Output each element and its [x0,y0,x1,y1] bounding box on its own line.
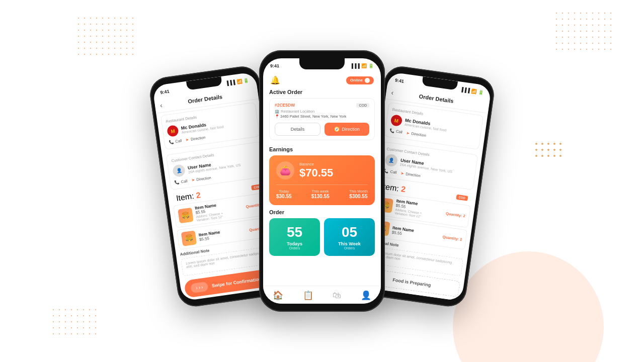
balance-label: Balance [299,162,333,166]
signal-icon: ▐▐▐ [225,79,235,86]
order-id-row: #2CE5DW COD [275,103,369,108]
order-address: 📍 3460 Pallet Street, New York, New York [275,114,369,119]
week-value: $130.55 [311,194,330,199]
center-nav-home[interactable]: 🏠 [273,290,283,301]
left-direction-btn[interactable]: ➤ Direction [186,135,206,142]
order-id: #2CE5DW [275,103,295,108]
today-stat-sublabel: Orders [274,246,315,250]
left-item-2-info: Item Name $5.55 [198,226,247,242]
left-swipe-text: Swipe for Confirmation [211,276,261,288]
center-top-bar: 🔔 Online [263,71,381,87]
center-phone: 9:41 ▐▐▐ 📶 🔋 🔔 Online [259,50,385,312]
right-item-2-qty: Quantity: 2 [442,234,462,241]
today-stat-card[interactable]: 55 Todays Orders [269,218,320,256]
right-restaurant-info: Mc Donalds American cuisine, fast food [405,118,448,132]
right-item-2-info: Item Name $5.55 [391,225,440,241]
left-nav-orders[interactable]: 📋 [217,299,228,301]
left-customer-card: Customer Contact Details 👤 User Name 26A… [166,141,266,190]
right-customer-dir-btn[interactable]: ➤ Direction [400,171,421,178]
stats-cards: 55 Todays Orders 05 This Week Orders [269,218,375,256]
left-items-label: Item: 2 [176,191,201,203]
r-signal-icon: ▐▐▐ [460,87,470,94]
center-status-icons: ▐▐▐ 📶 🔋 [350,63,374,68]
left-back-button[interactable]: ‹ [159,101,163,109]
toggle-dot [365,78,370,83]
center-cod-tag: COD [356,103,369,108]
left-customer-call-btn[interactable]: 📞 Call [174,178,188,185]
left-nav-bag[interactable]: 🛍 [244,295,253,301]
right-items-count: 2 [400,185,406,194]
left-cust-phone-icon: 📞 [174,180,180,185]
left-status-icons: ▐▐▐ 📶 🔋 [225,77,249,85]
bg-dots-mid-right [533,141,564,161]
earnings-breakdown: Today $30.55 This week $130.55 This Mont… [276,185,368,199]
wifi-icon: 📶 [236,78,242,84]
today-value: $30.55 [276,194,292,199]
today-stat-label: Todays [274,241,315,246]
balance-info: Balance $70.55 [299,162,333,179]
wallet-icon: 👛 [276,161,294,179]
left-customer-info: User Name 26A eighth avenue, New York, U… [187,158,240,173]
restaurant-loc-label: 🏢 Restaurant Location [275,109,369,114]
right-direction-btn[interactable]: ➤ Direction [406,131,426,138]
left-food-img-2: 🍔 [181,230,197,246]
center-nav-user[interactable]: 👤 [361,290,371,301]
right-customer-call-btn[interactable]: 📞 Call [383,168,397,175]
right-cust-dir-icon: ➤ [400,171,405,176]
left-customer-dir-btn[interactable]: ➤ Direction [191,175,211,183]
order-stats-section: Order 55 Todays Orders 05 This Week Orde… [269,209,375,256]
week-stat-number: 05 [329,224,370,240]
month-label: This Month [349,189,368,194]
month-earnings: This Month $300.55 [349,189,368,199]
arrow-2: › [198,285,201,290]
center-phone-screen: 9:41 ▐▐▐ 📶 🔋 🔔 Online [263,58,381,304]
details-button[interactable]: Details [275,123,320,136]
left-items-count: 2 [196,191,201,200]
right-status-icons: ▐▐▐ 📶 🔋 [460,87,484,95]
left-food-img-1: 🍔 [178,207,194,223]
food-preparing-text: Food is Preparing [392,278,431,288]
right-customer-card: Customer Contact Details 👤 User Name 26A… [378,141,478,190]
c-wifi-icon: 📶 [361,63,367,68]
right-nav-orders[interactable]: 📋 [391,295,403,301]
right-dir-icon: ➤ [406,131,410,136]
bg-dots-top-right [553,10,614,50]
center-bottom-nav: 🏠 📋 🛍 👤 [263,286,381,304]
online-toggle[interactable]: Online [346,76,374,84]
week-stat-sublabel: Orders [329,246,370,250]
earnings-title: Earnings [269,146,375,152]
arrow-1: › [196,285,198,291]
direction-button[interactable]: 🧭 Direction [325,123,369,136]
right-phone-icon: 📞 [389,128,394,133]
bell-icon[interactable]: 🔔 [270,75,280,85]
today-earnings: Today $30.55 [276,189,292,199]
earnings-card: 👛 Balance $70.55 Today $30.55 [269,155,375,205]
week-stat-card[interactable]: 05 This Week Orders [324,218,375,256]
right-avatar: 👤 [384,153,398,167]
c-signal-icon: ▐▐▐ [350,63,360,68]
earnings-top: 👛 Balance $70.55 [276,161,368,179]
left-call-btn[interactable]: 📞 Call [169,138,182,145]
compass-icon: 🧭 [334,127,340,132]
center-nav-bag[interactable]: 🛍 [333,291,341,301]
left-time: 9:41 [160,89,170,95]
online-label: Online [350,78,363,82]
right-item-1-info: Item Name $5.55 Addons: Cheese + Variati… [394,198,444,221]
today-label: Today [276,189,292,194]
week-earnings: This week $130.55 [311,189,330,199]
left-restaurant-info: Mc Donalds American cuisine, fast food [181,120,224,134]
week-label: This week [311,189,330,194]
right-back-button[interactable]: ‹ [391,88,394,97]
left-item-1-info: Item Name $5.55 Addons: Cheese + Variati… [195,199,244,222]
week-stat-label: This Week [329,241,370,246]
center-nav-orders[interactable]: 📋 [303,290,313,301]
building-icon: 🏢 [275,109,279,114]
order-stats-title: Order [269,209,375,215]
right-call-btn[interactable]: 📞 Call [389,128,403,135]
right-customer-info: User Name 26A eighth avenue, New York, U… [399,157,453,173]
battery-icon: 🔋 [243,77,249,83]
bg-dots-top-left [75,15,136,55]
bg-dots-bottom-left [50,307,101,337]
right-item-1-qty: Quantity: 2 [445,211,465,218]
right-nav-bag[interactable]: 🛍 [418,299,427,301]
